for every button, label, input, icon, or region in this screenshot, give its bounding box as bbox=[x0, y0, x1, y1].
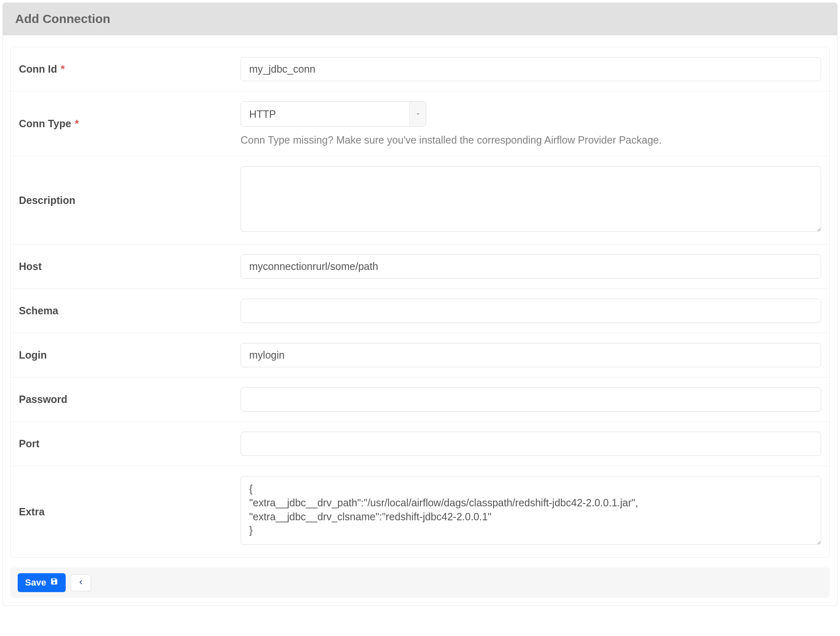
schema-input[interactable] bbox=[241, 299, 821, 323]
port-input[interactable] bbox=[241, 432, 821, 456]
form-footer: Save bbox=[10, 567, 830, 598]
schema-label: Schema bbox=[19, 305, 241, 317]
conn-type-select[interactable]: HTTP bbox=[241, 101, 426, 127]
password-input[interactable] bbox=[241, 387, 821, 412]
conn-type-value: HTTP bbox=[249, 108, 409, 120]
save-icon bbox=[50, 577, 58, 588]
host-input[interactable] bbox=[241, 254, 821, 279]
conn-id-label: Conn Id * bbox=[19, 63, 241, 75]
save-button[interactable]: Save bbox=[18, 573, 66, 592]
conn-id-input[interactable] bbox=[241, 57, 821, 81]
description-label: Description bbox=[19, 194, 241, 206]
conn-type-hint: Conn Type missing? Make sure you've inst… bbox=[241, 134, 821, 146]
required-marker: * bbox=[75, 118, 79, 129]
extra-label: Extra bbox=[19, 506, 241, 518]
host-label: Host bbox=[19, 261, 241, 272]
chevron-down-icon bbox=[409, 102, 426, 126]
required-marker: * bbox=[61, 63, 65, 75]
login-label: Login bbox=[19, 349, 241, 361]
password-label: Password bbox=[19, 393, 241, 405]
back-button[interactable] bbox=[71, 574, 91, 591]
description-input[interactable] bbox=[241, 166, 821, 232]
connection-form: Conn Id * Conn Type * HTTP bbox=[10, 47, 830, 558]
extra-input[interactable] bbox=[241, 476, 821, 545]
port-label: Port bbox=[19, 438, 241, 450]
save-button-label: Save bbox=[25, 577, 46, 588]
arrow-left-icon bbox=[77, 578, 85, 588]
login-input[interactable] bbox=[241, 343, 821, 367]
panel-title: Add Connection bbox=[3, 3, 837, 35]
conn-type-label: Conn Type * bbox=[19, 118, 241, 130]
add-connection-panel: Add Connection Conn Id * Conn Type bbox=[2, 2, 838, 606]
